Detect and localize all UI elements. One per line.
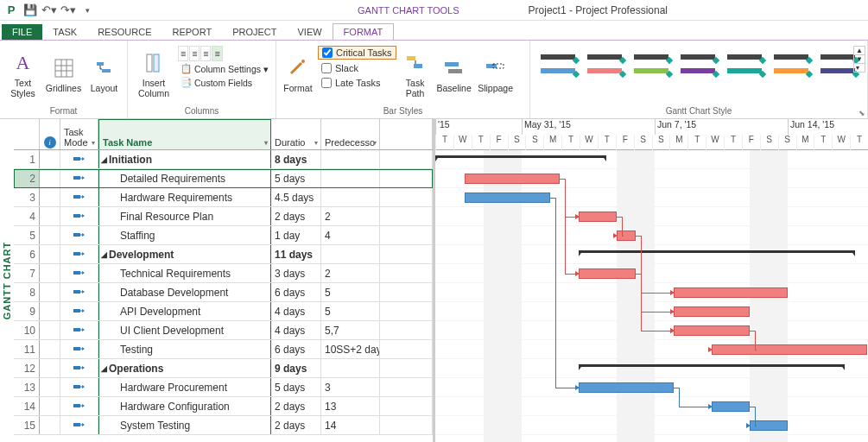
cell-blank[interactable]	[380, 378, 433, 396]
grid-row[interactable]: 9API Development4 days5	[14, 302, 433, 321]
row-number[interactable]: 13	[14, 378, 40, 396]
save-icon[interactable]: 💾	[22, 3, 38, 18]
task-bar[interactable]	[579, 212, 617, 222]
cell-duration[interactable]: 11 days	[271, 245, 321, 263]
cell-blank[interactable]	[380, 207, 433, 225]
cell-task-name[interactable]: Staffing	[98, 226, 271, 244]
cell-task-name[interactable]: Hardware Configuration	[98, 397, 271, 415]
tab-task[interactable]: TASK	[42, 24, 87, 40]
cell-duration[interactable]: 5 days	[271, 169, 321, 187]
style-swatch[interactable]	[817, 46, 858, 82]
cell-duration[interactable]: 6 days	[271, 283, 321, 301]
grid-row[interactable]: 1◢ Initiation8 days	[14, 150, 433, 169]
row-number[interactable]: 5	[14, 226, 40, 244]
cell-predecessors[interactable]	[321, 359, 380, 377]
header-task-mode[interactable]: Task Mode	[60, 119, 98, 149]
grid-row[interactable]: 11Testing6 days10SS+2 days,	[14, 340, 433, 359]
task-bar[interactable]	[674, 287, 788, 298]
cell-mode[interactable]	[60, 150, 98, 168]
header-blank[interactable]	[380, 119, 433, 149]
cell-blank[interactable]	[380, 150, 433, 168]
cell-task-name[interactable]: Database Development	[98, 283, 271, 301]
grid-row[interactable]: 12◢ Operations9 days	[14, 359, 433, 378]
header-predecessors[interactable]: Predecesso	[321, 119, 380, 149]
insert-column-button[interactable]: Insert Column	[131, 44, 176, 104]
gallery-more-button[interactable]: ▾	[854, 64, 865, 72]
summary-bar[interactable]	[579, 250, 855, 253]
row-number[interactable]: 10	[14, 321, 40, 339]
row-number[interactable]: 15	[14, 416, 40, 434]
text-styles-button[interactable]: A Text Styles	[3, 44, 42, 104]
tab-report[interactable]: REPORT	[162, 24, 223, 40]
cell-info[interactable]	[40, 397, 60, 415]
cell-mode[interactable]	[60, 207, 98, 225]
task-bar[interactable]	[750, 420, 788, 431]
gantt-chart[interactable]: '15May 31, '15Jun 7, '15Jun 14, '15 TWTF…	[435, 119, 868, 442]
header-duration[interactable]: Duratio	[271, 119, 321, 149]
task-path-button[interactable]: Task Path	[398, 44, 433, 104]
cell-info[interactable]	[40, 378, 60, 396]
grid-row[interactable]: 5Staffing1 day4	[14, 226, 433, 245]
row-number[interactable]: 3	[14, 188, 40, 206]
summary-bar[interactable]	[435, 155, 606, 158]
wrap-text-button[interactable]: ≡	[212, 46, 222, 61]
cell-mode[interactable]	[60, 397, 98, 415]
cell-predecessors[interactable]: 5	[321, 283, 380, 301]
header-task-name[interactable]: Task Name	[98, 119, 271, 149]
cell-task-name[interactable]: Final Resource Plan	[98, 207, 271, 225]
cell-info[interactable]	[40, 321, 60, 339]
cell-blank[interactable]	[380, 188, 433, 206]
grid-row[interactable]: 2Detailed Requirements5 days	[14, 169, 433, 188]
cell-duration[interactable]: 1 day	[271, 226, 321, 244]
cell-duration[interactable]: 2 days	[271, 416, 321, 434]
redo-icon[interactable]: ↷▾	[60, 3, 76, 18]
cell-task-name[interactable]: Testing	[98, 340, 271, 358]
grid-row[interactable]: 6◢ Development11 days	[14, 245, 433, 264]
cell-mode[interactable]	[60, 283, 98, 301]
cell-mode[interactable]	[60, 188, 98, 206]
collapse-icon[interactable]: ◢	[101, 364, 107, 373]
cell-info[interactable]	[40, 188, 60, 206]
baseline-button[interactable]: Baseline	[434, 44, 474, 104]
cell-mode[interactable]	[60, 321, 98, 339]
cell-predecessors[interactable]: 5,7	[321, 321, 380, 339]
critical-tasks-checkbox[interactable]: Critical Tasks	[318, 46, 396, 60]
cell-blank[interactable]	[380, 264, 433, 282]
cell-duration[interactable]: 3 days	[271, 264, 321, 282]
cell-blank[interactable]	[380, 169, 433, 187]
cell-predecessors[interactable]: 2	[321, 264, 380, 282]
align-center-button[interactable]: ≡	[189, 46, 200, 61]
row-number[interactable]: 9	[14, 302, 40, 320]
row-number[interactable]: 11	[14, 340, 40, 358]
cell-info[interactable]	[40, 340, 60, 358]
row-number[interactable]: 7	[14, 264, 40, 282]
style-gallery[interactable]	[534, 42, 864, 106]
cell-mode[interactable]	[60, 340, 98, 358]
qat-dropdown-icon[interactable]: ▾	[79, 3, 95, 18]
grid-row[interactable]: 3Hardware Requirements4.5 days	[14, 188, 433, 207]
align-left-button[interactable]: ≡	[178, 46, 188, 61]
cell-task-name[interactable]: ◢ Initiation	[98, 150, 271, 168]
cell-blank[interactable]	[380, 283, 433, 301]
row-number[interactable]: 14	[14, 397, 40, 415]
task-bar[interactable]	[674, 306, 750, 317]
cell-mode[interactable]	[60, 226, 98, 244]
slippage-button[interactable]: Slippage	[476, 44, 516, 104]
cell-blank[interactable]	[380, 226, 433, 244]
cell-mode[interactable]	[60, 169, 98, 187]
gallery-down-button[interactable]: ▼	[854, 55, 865, 64]
cell-predecessors[interactable]: 3	[321, 378, 380, 396]
late-tasks-checkbox[interactable]: Late Tasks	[318, 77, 396, 89]
grid-row[interactable]: 13Hardware Procurement5 days3	[14, 378, 433, 397]
custom-fields-button[interactable]: 📑 Custom Fields	[178, 76, 271, 89]
cell-mode[interactable]	[60, 264, 98, 282]
cell-blank[interactable]	[380, 302, 433, 320]
row-number[interactable]: 1	[14, 150, 40, 168]
cell-blank[interactable]	[380, 245, 433, 263]
cell-predecessors[interactable]	[321, 188, 380, 206]
cell-duration[interactable]: 8 days	[271, 150, 321, 168]
cell-predecessors[interactable]: 13	[321, 397, 380, 415]
cell-info[interactable]	[40, 264, 60, 282]
cell-mode[interactable]	[60, 245, 98, 263]
grid-row[interactable]: 14Hardware Configuration2 days13	[14, 397, 433, 416]
